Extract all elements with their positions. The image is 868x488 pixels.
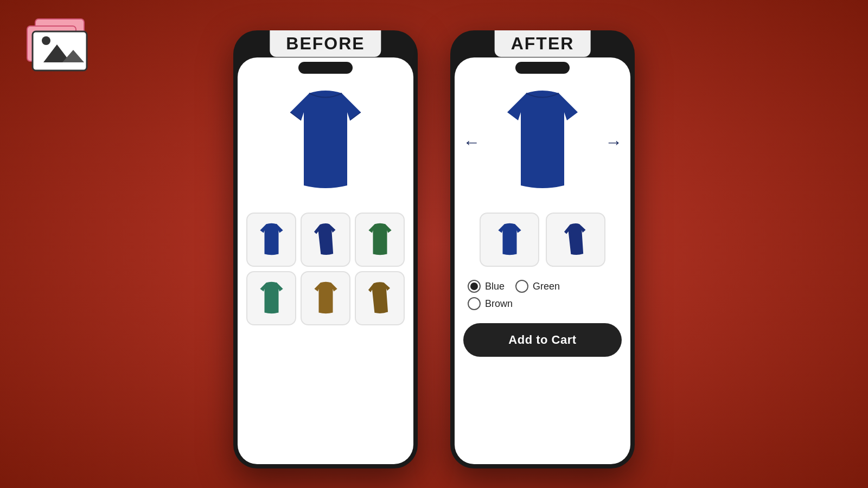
add-to-cart-button[interactable]: Add to Cart: [463, 323, 622, 357]
after-main-shirt-area: ← →: [455, 77, 630, 207]
before-phone: BEFORE: [233, 30, 418, 468]
after-phone: AFTER ← →: [450, 30, 635, 468]
before-phone-screen: [238, 57, 413, 464]
after-phone-screen: ← →: [455, 57, 630, 464]
svg-point-5: [42, 36, 50, 45]
next-image-button[interactable]: →: [599, 132, 628, 152]
notch-pill: [298, 62, 353, 74]
after-thumb-blue-front[interactable]: [480, 213, 539, 267]
before-label: BEFORE: [270, 30, 381, 57]
thumb-teal[interactable]: [246, 271, 296, 325]
thumb-green[interactable]: [355, 213, 405, 267]
thumb-blue-angle[interactable]: [301, 213, 350, 267]
screen-notch: [238, 57, 413, 77]
color-option-green[interactable]: Green: [515, 280, 560, 293]
before-main-shirt-svg: [271, 82, 380, 202]
radio-blue[interactable]: [468, 280, 481, 293]
after-thumb-blue-angle[interactable]: [546, 213, 605, 267]
after-thumbnail-grid: [455, 207, 630, 272]
color-options: Blue Green Brown: [455, 272, 630, 316]
color-label-brown: Brown: [485, 298, 513, 310]
after-label: AFTER: [495, 30, 591, 57]
color-label-green: Green: [533, 281, 560, 292]
color-option-blue[interactable]: Blue: [468, 280, 505, 293]
color-option-brown[interactable]: Brown: [468, 297, 617, 310]
radio-green[interactable]: [515, 280, 528, 293]
thumb-blue-front[interactable]: [246, 213, 296, 267]
prev-image-button[interactable]: ←: [457, 132, 486, 152]
radio-blue-inner: [470, 282, 478, 290]
phones-container: BEFORE: [233, 20, 635, 468]
color-label-blue: Blue: [485, 281, 505, 292]
after-notch-pill: [515, 62, 570, 74]
radio-brown[interactable]: [468, 297, 481, 310]
after-screen-notch: [455, 57, 630, 77]
before-thumbnail-grid: [238, 207, 413, 331]
after-main-shirt-svg: [488, 82, 597, 202]
before-main-shirt-area: [238, 77, 413, 207]
thumb-brown-angle[interactable]: [355, 271, 405, 325]
thumb-brown[interactable]: [301, 271, 350, 325]
image-placeholder-icon: [22, 16, 108, 78]
